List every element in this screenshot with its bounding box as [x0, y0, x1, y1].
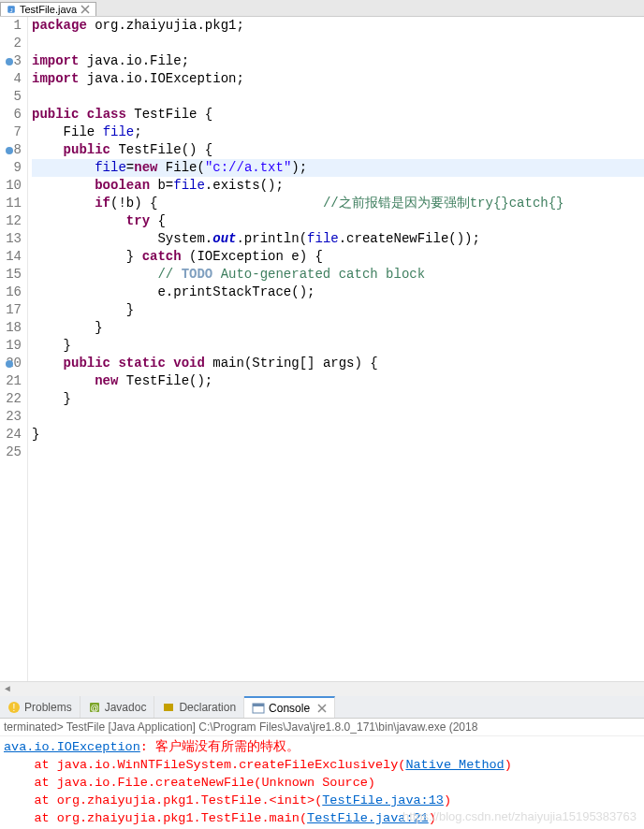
code-line[interactable]: System.out.println(file.createNewFile())… [32, 230, 644, 248]
code-line[interactable]: } catch (IOException e) { [32, 248, 644, 266]
console-icon [252, 702, 265, 715]
code-line[interactable]: import java.io.File; [32, 52, 644, 70]
line-number: 16 [0, 284, 22, 301]
console-line: at java.io.WinNTFileSystem.createFileExc… [4, 756, 640, 774]
declaration-icon [162, 701, 175, 714]
code-line[interactable]: File file; [32, 124, 644, 141]
line-number: 5 [0, 88, 22, 106]
line-number: 2 [0, 35, 22, 52]
code-editor[interactable]: 1234567891011121314151617181920212223242… [0, 17, 644, 681]
line-number: 18 [0, 319, 22, 337]
line-number: 21 [0, 372, 22, 390]
close-icon[interactable] [317, 704, 327, 713]
scroll-left-icon[interactable]: ◄ [0, 682, 15, 697]
stack-trace-link[interactable]: Native Method [405, 758, 504, 772]
code-line[interactable]: import java.io.IOException; [32, 70, 644, 88]
gutter-annotation [6, 147, 13, 154]
console-line: at java.io.File.createNewFile(Unknown So… [4, 774, 640, 792]
code-line[interactable]: if(!b) { //之前报错是因为要强制try{}catch{} [32, 195, 644, 212]
tab-problems[interactable]: ! Problems [0, 696, 80, 718]
file-tab[interactable]: J TestFile.java [0, 2, 96, 16]
tab-title: TestFile.java [20, 4, 77, 15]
svg-rect-8 [253, 704, 264, 706]
line-number: 14 [0, 248, 22, 266]
gutter-annotation [6, 360, 13, 368]
java-file-icon: J [7, 5, 16, 14]
console-header: terminated> TestFile [Java Application] … [0, 719, 644, 736]
tab-console[interactable]: Console [244, 696, 335, 718]
watermark: https://blog.csdn.net/zhaiyujia151953837… [402, 807, 637, 825]
code-line[interactable]: file=new File("c://a.txt"); [32, 159, 644, 177]
console-line: ava.io.IOException: 客户端没有所需的特权。 [4, 738, 640, 756]
code-line[interactable]: public TestFile() { [32, 141, 644, 159]
editor-tab-bar: J TestFile.java [0, 0, 644, 17]
close-icon[interactable] [80, 5, 90, 14]
bottom-panel-tabs: ! Problems @ Javadoc Declaration Console [0, 696, 644, 719]
code-line[interactable]: } [32, 319, 644, 337]
code-line[interactable]: boolean b=file.exists(); [32, 177, 644, 195]
console-output[interactable]: ava.io.IOException: 客户端没有所需的特权。 at java.… [0, 736, 644, 829]
gutter-annotation [6, 58, 13, 65]
code-line[interactable]: e.printStackTrace(); [32, 284, 644, 301]
code-line[interactable] [32, 35, 644, 52]
line-number: 13 [0, 230, 22, 248]
line-number: 1 [0, 17, 22, 35]
code-line[interactable]: public class TestFile { [32, 106, 644, 124]
svg-text:!: ! [13, 703, 16, 713]
code-area[interactable]: package org.zhaiyujia.pkg1;import java.i… [28, 17, 644, 681]
code-line[interactable]: try { [32, 212, 644, 230]
line-number: 10 [0, 177, 22, 195]
code-line[interactable]: package org.zhaiyujia.pkg1; [32, 17, 644, 35]
line-number: 4 [0, 70, 22, 88]
horizontal-scrollbar[interactable]: ◄ [0, 681, 644, 696]
line-number: 7 [0, 124, 22, 141]
tab-declaration[interactable]: Declaration [154, 696, 244, 718]
svg-text:@: @ [90, 704, 98, 713]
code-line[interactable]: new TestFile(); [32, 372, 644, 390]
code-line[interactable]: // TODO Auto-generated catch block [32, 266, 644, 284]
line-number: 23 [0, 408, 22, 426]
line-number: 22 [0, 390, 22, 408]
line-gutter: 1234567891011121314151617181920212223242… [0, 17, 28, 681]
code-line[interactable] [32, 408, 644, 426]
stack-trace-link[interactable]: ava.io.IOException [4, 740, 140, 754]
line-number: 19 [0, 337, 22, 355]
line-number: 25 [0, 444, 22, 461]
javadoc-icon: @ [88, 701, 101, 714]
line-number: 12 [0, 212, 22, 230]
code-line[interactable] [32, 88, 644, 106]
tab-javadoc[interactable]: @ Javadoc [80, 696, 155, 718]
svg-rect-6 [164, 704, 173, 711]
line-number: 15 [0, 266, 22, 284]
line-number: 11 [0, 195, 22, 212]
code-line[interactable]: public static void main(String[] args) { [32, 355, 644, 372]
code-line[interactable]: } [32, 426, 644, 444]
code-line[interactable] [32, 444, 644, 461]
line-number: 17 [0, 301, 22, 319]
line-number: 9 [0, 159, 22, 177]
problems-icon: ! [7, 701, 21, 714]
code-line[interactable]: } [32, 337, 644, 355]
code-line[interactable]: } [32, 301, 644, 319]
line-number: 24 [0, 426, 22, 444]
code-line[interactable]: } [32, 390, 644, 408]
line-number: 6 [0, 106, 22, 124]
svg-text:J: J [9, 7, 12, 13]
stack-trace-link[interactable]: TestFile.java:13 [322, 793, 444, 807]
